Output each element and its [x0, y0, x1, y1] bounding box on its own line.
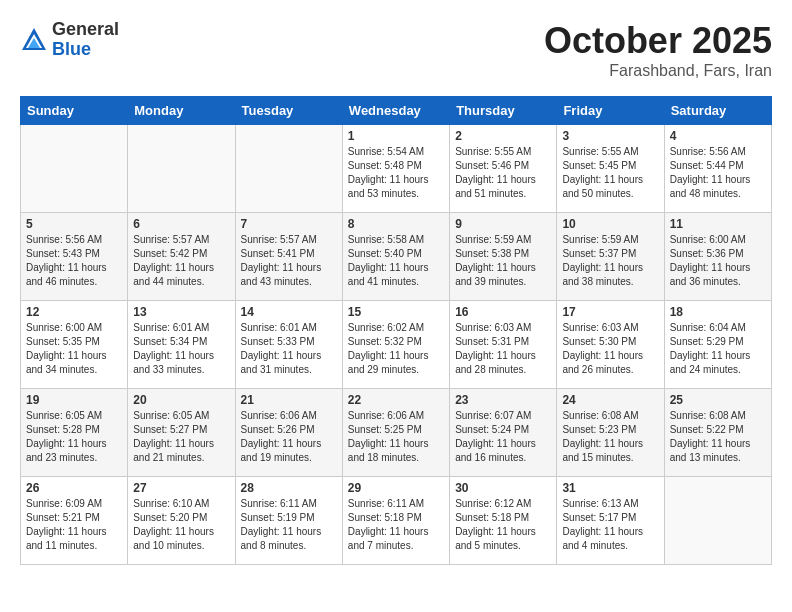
day-number: 19: [26, 393, 122, 407]
calendar-cell: 29Sunrise: 6:11 AM Sunset: 5:18 PM Dayli…: [342, 477, 449, 565]
calendar-cell: 8Sunrise: 5:58 AM Sunset: 5:40 PM Daylig…: [342, 213, 449, 301]
calendar-cell: 27Sunrise: 6:10 AM Sunset: 5:20 PM Dayli…: [128, 477, 235, 565]
day-number: 13: [133, 305, 229, 319]
week-row-5: 26Sunrise: 6:09 AM Sunset: 5:21 PM Dayli…: [21, 477, 772, 565]
day-info: Sunrise: 6:01 AM Sunset: 5:34 PM Dayligh…: [133, 321, 229, 377]
calendar-cell: 16Sunrise: 6:03 AM Sunset: 5:31 PM Dayli…: [450, 301, 557, 389]
weekday-header-friday: Friday: [557, 97, 664, 125]
calendar-cell: 1Sunrise: 5:54 AM Sunset: 5:48 PM Daylig…: [342, 125, 449, 213]
day-number: 9: [455, 217, 551, 231]
calendar-cell: 15Sunrise: 6:02 AM Sunset: 5:32 PM Dayli…: [342, 301, 449, 389]
day-number: 15: [348, 305, 444, 319]
weekday-header-tuesday: Tuesday: [235, 97, 342, 125]
day-info: Sunrise: 6:05 AM Sunset: 5:27 PM Dayligh…: [133, 409, 229, 465]
logo-text: General Blue: [52, 20, 119, 60]
logo-icon: [20, 26, 48, 54]
day-info: Sunrise: 6:08 AM Sunset: 5:22 PM Dayligh…: [670, 409, 766, 465]
day-info: Sunrise: 5:55 AM Sunset: 5:45 PM Dayligh…: [562, 145, 658, 201]
week-row-4: 19Sunrise: 6:05 AM Sunset: 5:28 PM Dayli…: [21, 389, 772, 477]
page-header: General Blue October 2025 Farashband, Fa…: [20, 20, 772, 80]
calendar-cell: 18Sunrise: 6:04 AM Sunset: 5:29 PM Dayli…: [664, 301, 771, 389]
day-number: 11: [670, 217, 766, 231]
day-info: Sunrise: 5:57 AM Sunset: 5:41 PM Dayligh…: [241, 233, 337, 289]
calendar-cell: 11Sunrise: 6:00 AM Sunset: 5:36 PM Dayli…: [664, 213, 771, 301]
calendar-cell: 21Sunrise: 6:06 AM Sunset: 5:26 PM Dayli…: [235, 389, 342, 477]
day-number: 31: [562, 481, 658, 495]
calendar-cell: 23Sunrise: 6:07 AM Sunset: 5:24 PM Dayli…: [450, 389, 557, 477]
logo-blue-text: Blue: [52, 40, 119, 60]
day-number: 1: [348, 129, 444, 143]
day-number: 21: [241, 393, 337, 407]
calendar-title: October 2025: [544, 20, 772, 62]
calendar-cell: 30Sunrise: 6:12 AM Sunset: 5:18 PM Dayli…: [450, 477, 557, 565]
calendar-cell: 7Sunrise: 5:57 AM Sunset: 5:41 PM Daylig…: [235, 213, 342, 301]
day-number: 16: [455, 305, 551, 319]
day-number: 22: [348, 393, 444, 407]
day-info: Sunrise: 6:06 AM Sunset: 5:25 PM Dayligh…: [348, 409, 444, 465]
day-info: Sunrise: 5:59 AM Sunset: 5:37 PM Dayligh…: [562, 233, 658, 289]
day-number: 7: [241, 217, 337, 231]
calendar-cell: 24Sunrise: 6:08 AM Sunset: 5:23 PM Dayli…: [557, 389, 664, 477]
day-number: 12: [26, 305, 122, 319]
calendar-cell: 17Sunrise: 6:03 AM Sunset: 5:30 PM Dayli…: [557, 301, 664, 389]
calendar-cell: 9Sunrise: 5:59 AM Sunset: 5:38 PM Daylig…: [450, 213, 557, 301]
title-block: October 2025 Farashband, Fars, Iran: [544, 20, 772, 80]
day-info: Sunrise: 6:06 AM Sunset: 5:26 PM Dayligh…: [241, 409, 337, 465]
day-info: Sunrise: 6:00 AM Sunset: 5:35 PM Dayligh…: [26, 321, 122, 377]
day-info: Sunrise: 6:11 AM Sunset: 5:19 PM Dayligh…: [241, 497, 337, 553]
calendar-cell: 5Sunrise: 5:56 AM Sunset: 5:43 PM Daylig…: [21, 213, 128, 301]
day-info: Sunrise: 6:00 AM Sunset: 5:36 PM Dayligh…: [670, 233, 766, 289]
day-number: 25: [670, 393, 766, 407]
calendar-cell: 14Sunrise: 6:01 AM Sunset: 5:33 PM Dayli…: [235, 301, 342, 389]
calendar-cell: 6Sunrise: 5:57 AM Sunset: 5:42 PM Daylig…: [128, 213, 235, 301]
day-info: Sunrise: 6:07 AM Sunset: 5:24 PM Dayligh…: [455, 409, 551, 465]
day-number: 5: [26, 217, 122, 231]
day-info: Sunrise: 6:08 AM Sunset: 5:23 PM Dayligh…: [562, 409, 658, 465]
day-info: Sunrise: 5:57 AM Sunset: 5:42 PM Dayligh…: [133, 233, 229, 289]
day-info: Sunrise: 5:56 AM Sunset: 5:43 PM Dayligh…: [26, 233, 122, 289]
week-row-2: 5Sunrise: 5:56 AM Sunset: 5:43 PM Daylig…: [21, 213, 772, 301]
day-number: 2: [455, 129, 551, 143]
day-info: Sunrise: 6:09 AM Sunset: 5:21 PM Dayligh…: [26, 497, 122, 553]
day-info: Sunrise: 5:59 AM Sunset: 5:38 PM Dayligh…: [455, 233, 551, 289]
calendar-cell: 4Sunrise: 5:56 AM Sunset: 5:44 PM Daylig…: [664, 125, 771, 213]
day-number: 24: [562, 393, 658, 407]
day-info: Sunrise: 6:12 AM Sunset: 5:18 PM Dayligh…: [455, 497, 551, 553]
calendar-cell: 3Sunrise: 5:55 AM Sunset: 5:45 PM Daylig…: [557, 125, 664, 213]
calendar-cell: 13Sunrise: 6:01 AM Sunset: 5:34 PM Dayli…: [128, 301, 235, 389]
day-info: Sunrise: 6:02 AM Sunset: 5:32 PM Dayligh…: [348, 321, 444, 377]
calendar-cell: 12Sunrise: 6:00 AM Sunset: 5:35 PM Dayli…: [21, 301, 128, 389]
day-number: 6: [133, 217, 229, 231]
calendar-cell: [235, 125, 342, 213]
logo-general-text: General: [52, 20, 119, 40]
day-number: 27: [133, 481, 229, 495]
weekday-header-monday: Monday: [128, 97, 235, 125]
calendar-cell: 19Sunrise: 6:05 AM Sunset: 5:28 PM Dayli…: [21, 389, 128, 477]
day-number: 30: [455, 481, 551, 495]
day-info: Sunrise: 6:04 AM Sunset: 5:29 PM Dayligh…: [670, 321, 766, 377]
day-info: Sunrise: 5:54 AM Sunset: 5:48 PM Dayligh…: [348, 145, 444, 201]
day-number: 29: [348, 481, 444, 495]
week-row-3: 12Sunrise: 6:00 AM Sunset: 5:35 PM Dayli…: [21, 301, 772, 389]
weekday-header-thursday: Thursday: [450, 97, 557, 125]
day-info: Sunrise: 5:55 AM Sunset: 5:46 PM Dayligh…: [455, 145, 551, 201]
day-info: Sunrise: 6:01 AM Sunset: 5:33 PM Dayligh…: [241, 321, 337, 377]
day-number: 10: [562, 217, 658, 231]
day-number: 14: [241, 305, 337, 319]
calendar-cell: 22Sunrise: 6:06 AM Sunset: 5:25 PM Dayli…: [342, 389, 449, 477]
calendar-table: SundayMondayTuesdayWednesdayThursdayFrid…: [20, 96, 772, 565]
day-number: 26: [26, 481, 122, 495]
calendar-subtitle: Farashband, Fars, Iran: [544, 62, 772, 80]
day-number: 18: [670, 305, 766, 319]
day-info: Sunrise: 6:10 AM Sunset: 5:20 PM Dayligh…: [133, 497, 229, 553]
day-info: Sunrise: 5:58 AM Sunset: 5:40 PM Dayligh…: [348, 233, 444, 289]
calendar-cell: 10Sunrise: 5:59 AM Sunset: 5:37 PM Dayli…: [557, 213, 664, 301]
day-number: 23: [455, 393, 551, 407]
calendar-cell: 25Sunrise: 6:08 AM Sunset: 5:22 PM Dayli…: [664, 389, 771, 477]
week-row-1: 1Sunrise: 5:54 AM Sunset: 5:48 PM Daylig…: [21, 125, 772, 213]
weekday-header-wednesday: Wednesday: [342, 97, 449, 125]
day-info: Sunrise: 6:03 AM Sunset: 5:30 PM Dayligh…: [562, 321, 658, 377]
day-number: 28: [241, 481, 337, 495]
weekday-header-sunday: Sunday: [21, 97, 128, 125]
calendar-cell: 31Sunrise: 6:13 AM Sunset: 5:17 PM Dayli…: [557, 477, 664, 565]
